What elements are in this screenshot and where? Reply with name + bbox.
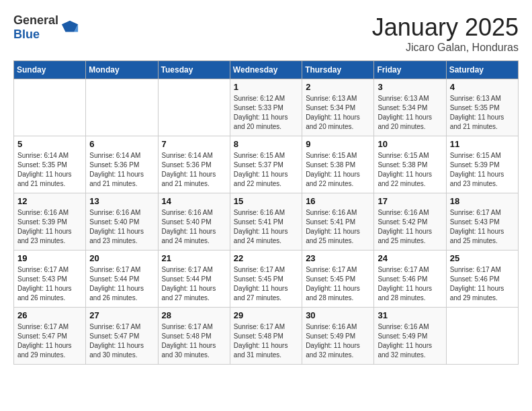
day-number: 18 xyxy=(450,196,515,206)
day-number: 22 xyxy=(234,253,298,263)
calendar-cell: 22Sunrise: 6:17 AMSunset: 5:45 PMDayligh… xyxy=(230,250,302,308)
weekday-header-wednesday: Wednesday xyxy=(230,61,302,79)
calendar-cell: 21Sunrise: 6:17 AMSunset: 5:44 PMDayligh… xyxy=(158,250,230,308)
page-header: General Blue January 2025 Jicaro Galan, … xyxy=(13,13,519,54)
calendar-cell: 7Sunrise: 6:14 AMSunset: 5:36 PMDaylight… xyxy=(158,136,230,193)
day-number: 5 xyxy=(17,139,82,149)
calendar-cell: 30Sunrise: 6:16 AMSunset: 5:49 PMDayligh… xyxy=(302,308,374,365)
day-number: 19 xyxy=(17,253,82,263)
day-info: Sunrise: 6:12 AMSunset: 5:33 PMDaylight:… xyxy=(234,94,298,132)
day-info: Sunrise: 6:15 AMSunset: 5:38 PMDaylight:… xyxy=(306,151,370,189)
calendar-cell: 2Sunrise: 6:13 AMSunset: 5:34 PMDaylight… xyxy=(302,79,374,136)
calendar-week-row: 1Sunrise: 6:12 AMSunset: 5:33 PMDaylight… xyxy=(14,79,519,136)
day-number: 1 xyxy=(234,82,298,92)
day-number: 4 xyxy=(450,82,515,92)
day-number: 17 xyxy=(378,196,442,206)
day-number: 11 xyxy=(450,139,515,149)
day-info: Sunrise: 6:17 AMSunset: 5:43 PMDaylight:… xyxy=(450,208,515,246)
day-info: Sunrise: 6:17 AMSunset: 5:45 PMDaylight:… xyxy=(306,265,370,303)
month-title: January 2025 xyxy=(372,13,519,42)
day-info: Sunrise: 6:16 AMSunset: 5:41 PMDaylight:… xyxy=(234,208,298,246)
day-info: Sunrise: 6:16 AMSunset: 5:40 PMDaylight:… xyxy=(89,208,154,246)
day-number: 13 xyxy=(89,196,154,206)
calendar-cell xyxy=(446,308,518,365)
day-info: Sunrise: 6:15 AMSunset: 5:38 PMDaylight:… xyxy=(378,151,442,189)
day-number: 7 xyxy=(162,139,226,149)
calendar-week-row: 12Sunrise: 6:16 AMSunset: 5:39 PMDayligh… xyxy=(14,193,519,250)
calendar-cell: 27Sunrise: 6:17 AMSunset: 5:47 PMDayligh… xyxy=(86,308,158,365)
day-number: 16 xyxy=(306,196,370,206)
day-info: Sunrise: 6:17 AMSunset: 5:45 PMDaylight:… xyxy=(234,265,298,303)
day-info: Sunrise: 6:16 AMSunset: 5:49 PMDaylight:… xyxy=(306,322,370,360)
day-info: Sunrise: 6:17 AMSunset: 5:47 PMDaylight:… xyxy=(17,322,82,360)
calendar-cell: 8Sunrise: 6:15 AMSunset: 5:37 PMDaylight… xyxy=(230,136,302,193)
day-info: Sunrise: 6:15 AMSunset: 5:39 PMDaylight:… xyxy=(450,151,515,189)
calendar-cell: 25Sunrise: 6:17 AMSunset: 5:46 PMDayligh… xyxy=(446,250,518,308)
calendar-cell xyxy=(158,79,230,136)
day-info: Sunrise: 6:13 AMSunset: 5:34 PMDaylight:… xyxy=(306,94,370,132)
day-number: 14 xyxy=(162,196,226,206)
calendar-cell: 26Sunrise: 6:17 AMSunset: 5:47 PMDayligh… xyxy=(14,308,86,365)
day-number: 9 xyxy=(306,139,370,149)
calendar-cell: 31Sunrise: 6:16 AMSunset: 5:49 PMDayligh… xyxy=(374,308,446,365)
calendar-cell: 16Sunrise: 6:16 AMSunset: 5:41 PMDayligh… xyxy=(302,193,374,250)
calendar-week-row: 5Sunrise: 6:14 AMSunset: 5:35 PMDaylight… xyxy=(14,136,519,193)
calendar-cell: 28Sunrise: 6:17 AMSunset: 5:48 PMDayligh… xyxy=(158,308,230,365)
calendar-cell: 29Sunrise: 6:17 AMSunset: 5:48 PMDayligh… xyxy=(230,308,302,365)
calendar-cell: 6Sunrise: 6:14 AMSunset: 5:36 PMDaylight… xyxy=(86,136,158,193)
calendar-cell: 11Sunrise: 6:15 AMSunset: 5:39 PMDayligh… xyxy=(446,136,518,193)
day-info: Sunrise: 6:13 AMSunset: 5:35 PMDaylight:… xyxy=(450,94,515,132)
day-number: 23 xyxy=(306,253,370,263)
day-info: Sunrise: 6:17 AMSunset: 5:43 PMDaylight:… xyxy=(17,265,82,303)
day-info: Sunrise: 6:16 AMSunset: 5:39 PMDaylight:… xyxy=(17,208,82,246)
day-number: 31 xyxy=(378,310,442,320)
day-info: Sunrise: 6:15 AMSunset: 5:37 PMDaylight:… xyxy=(234,151,298,189)
day-number: 29 xyxy=(234,310,298,320)
calendar-table: SundayMondayTuesdayWednesdayThursdayFrid… xyxy=(13,60,519,365)
day-number: 2 xyxy=(306,82,370,92)
calendar-cell: 1Sunrise: 6:12 AMSunset: 5:33 PMDaylight… xyxy=(230,79,302,136)
title-area: January 2025 Jicaro Galan, Honduras xyxy=(372,13,519,54)
day-number: 3 xyxy=(378,82,442,92)
weekday-header-friday: Friday xyxy=(374,61,446,79)
day-number: 15 xyxy=(234,196,298,206)
calendar-cell: 4Sunrise: 6:13 AMSunset: 5:35 PMDaylight… xyxy=(446,79,518,136)
logo-text: General Blue xyxy=(13,13,58,42)
logo: General Blue xyxy=(13,13,79,42)
calendar-cell: 18Sunrise: 6:17 AMSunset: 5:43 PMDayligh… xyxy=(446,193,518,250)
day-info: Sunrise: 6:14 AMSunset: 5:36 PMDaylight:… xyxy=(162,151,226,189)
weekday-header-monday: Monday xyxy=(86,61,158,79)
day-number: 20 xyxy=(89,253,154,263)
calendar-cell: 10Sunrise: 6:15 AMSunset: 5:38 PMDayligh… xyxy=(374,136,446,193)
day-number: 8 xyxy=(234,139,298,149)
calendar-cell: 20Sunrise: 6:17 AMSunset: 5:44 PMDayligh… xyxy=(86,250,158,308)
day-info: Sunrise: 6:17 AMSunset: 5:48 PMDaylight:… xyxy=(234,322,298,360)
day-info: Sunrise: 6:17 AMSunset: 5:47 PMDaylight:… xyxy=(89,322,154,360)
weekday-header-row: SundayMondayTuesdayWednesdayThursdayFrid… xyxy=(14,61,519,79)
day-number: 21 xyxy=(162,253,226,263)
calendar-week-row: 26Sunrise: 6:17 AMSunset: 5:47 PMDayligh… xyxy=(14,308,519,365)
calendar-cell: 9Sunrise: 6:15 AMSunset: 5:38 PMDaylight… xyxy=(302,136,374,193)
day-number: 12 xyxy=(17,196,82,206)
location-title: Jicaro Galan, Honduras xyxy=(372,42,519,54)
day-number: 10 xyxy=(378,139,442,149)
day-number: 28 xyxy=(162,310,226,320)
calendar-cell: 15Sunrise: 6:16 AMSunset: 5:41 PMDayligh… xyxy=(230,193,302,250)
calendar-cell: 14Sunrise: 6:16 AMSunset: 5:40 PMDayligh… xyxy=(158,193,230,250)
day-info: Sunrise: 6:17 AMSunset: 5:46 PMDaylight:… xyxy=(378,265,442,303)
day-number: 26 xyxy=(17,310,82,320)
calendar-cell: 23Sunrise: 6:17 AMSunset: 5:45 PMDayligh… xyxy=(302,250,374,308)
day-number: 30 xyxy=(306,310,370,320)
calendar-cell xyxy=(14,79,86,136)
day-info: Sunrise: 6:13 AMSunset: 5:34 PMDaylight:… xyxy=(378,94,442,132)
day-number: 25 xyxy=(450,253,515,263)
day-number: 6 xyxy=(89,139,154,149)
weekday-header-tuesday: Tuesday xyxy=(158,61,230,79)
day-info: Sunrise: 6:16 AMSunset: 5:41 PMDaylight:… xyxy=(306,208,370,246)
logo-icon xyxy=(60,18,79,37)
day-info: Sunrise: 6:16 AMSunset: 5:40 PMDaylight:… xyxy=(162,208,226,246)
calendar-week-row: 19Sunrise: 6:17 AMSunset: 5:43 PMDayligh… xyxy=(14,250,519,308)
day-info: Sunrise: 6:14 AMSunset: 5:35 PMDaylight:… xyxy=(17,151,82,189)
calendar-cell: 24Sunrise: 6:17 AMSunset: 5:46 PMDayligh… xyxy=(374,250,446,308)
day-info: Sunrise: 6:17 AMSunset: 5:46 PMDaylight:… xyxy=(450,265,515,303)
